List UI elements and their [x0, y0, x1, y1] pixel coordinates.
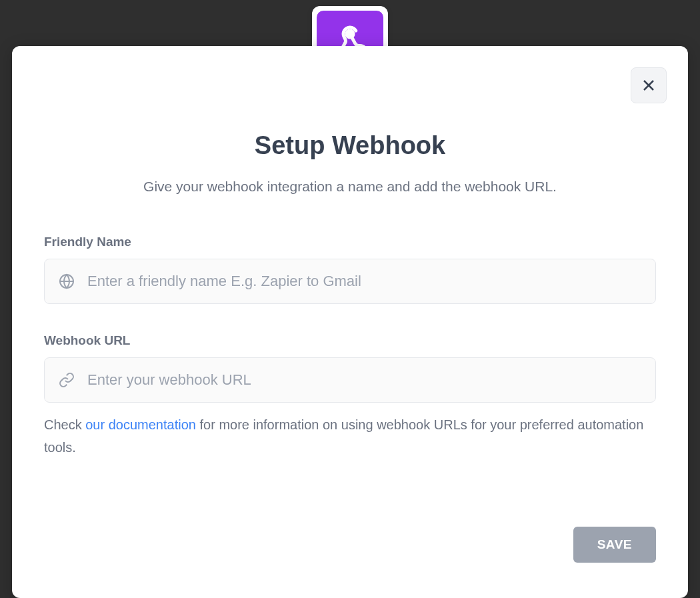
modal-subtitle: Give your webhook integration a name and… — [44, 179, 656, 195]
friendly-name-group: Friendly Name — [44, 235, 656, 304]
helper-text: Check our documentation for more informa… — [44, 413, 656, 459]
setup-webhook-modal: Setup Webhook Give your webhook integrat… — [12, 46, 688, 598]
webhook-url-label: Webhook URL — [44, 333, 656, 348]
webhook-url-group: Webhook URL Check our documentation for … — [44, 333, 656, 459]
friendly-name-input[interactable] — [87, 259, 642, 303]
friendly-name-input-wrapper[interactable] — [44, 259, 656, 304]
close-button[interactable] — [631, 67, 667, 103]
save-button[interactable]: SAVE — [573, 527, 656, 563]
globe-icon — [58, 273, 75, 290]
helper-prefix: Check — [44, 417, 85, 432]
svg-point-0 — [347, 31, 353, 37]
friendly-name-label: Friendly Name — [44, 235, 656, 249]
modal-title: Setup Webhook — [44, 131, 656, 160]
webhook-url-input-wrapper[interactable] — [44, 357, 656, 403]
link-icon — [58, 371, 75, 389]
webhook-url-input[interactable] — [87, 358, 642, 402]
close-icon — [641, 77, 657, 93]
documentation-link[interactable]: our documentation — [85, 417, 196, 432]
